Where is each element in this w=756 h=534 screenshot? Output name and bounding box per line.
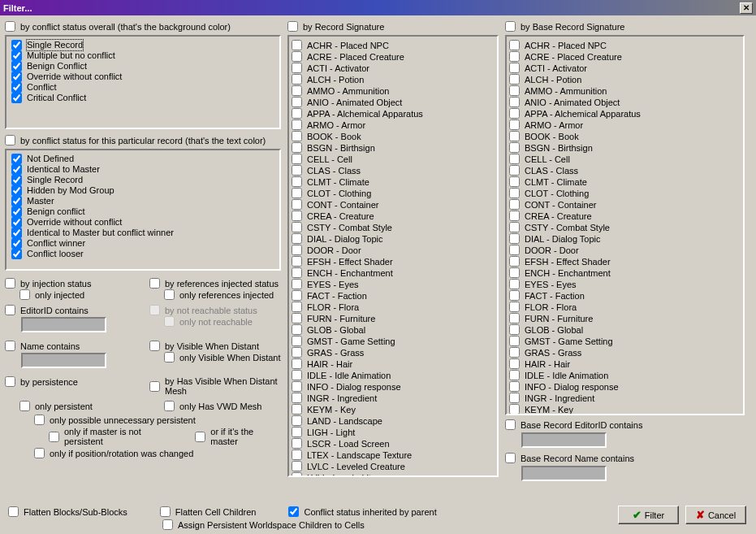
list-item[interactable]: ENCH - Enchantment: [509, 267, 741, 278]
list-item[interactable]: Conflict: [11, 82, 274, 93]
list-item[interactable]: ACRE - Placed Creature: [509, 51, 741, 62]
conflict-overall-checkbox[interactable]: by conflict status overall (that's the b…: [5, 21, 281, 32]
list-item[interactable]: CLOT - Clothing: [509, 188, 741, 198]
only-injected-checkbox[interactable]: only injected: [19, 289, 136, 300]
list-item[interactable]: ACHR - Placed NPC: [292, 40, 495, 50]
base-editorid-checkbox[interactable]: Base Record EditorID contains: [505, 419, 745, 430]
list-item[interactable]: CLAS - Class: [509, 165, 741, 176]
only-vwd-checkbox[interactable]: only Visible When Distant: [164, 352, 281, 363]
list-item[interactable]: AMMO - Ammunition: [292, 85, 495, 96]
list-item[interactable]: GMST - Game Setting: [509, 336, 741, 346]
list-item[interactable]: Single Record: [11, 175, 274, 185]
or-if-master-checkbox[interactable]: or if it's the master: [195, 427, 281, 446]
list-item[interactable]: FURN - Furniture: [292, 313, 495, 323]
base-name-input[interactable]: [521, 466, 607, 481]
list-item[interactable]: BSGN - Birthsign: [292, 142, 495, 153]
list-item[interactable]: Override without conflict: [11, 72, 274, 82]
refs-injected-checkbox[interactable]: by references injected status: [149, 278, 281, 289]
list-item[interactable]: LTEX - Landscape Texture: [292, 449, 495, 460]
list-item[interactable]: GMST - Game Setting: [292, 336, 495, 346]
list-item[interactable]: CELL - Cell: [509, 154, 741, 164]
list-item[interactable]: FACT - Faction: [509, 290, 741, 301]
persistence-checkbox[interactable]: by persistence: [5, 376, 136, 387]
list-item[interactable]: IDLE - Idle Animation: [292, 370, 495, 380]
list-item[interactable]: Multiple but no conflict: [11, 50, 274, 61]
flatten-blocks-checkbox[interactable]: Flatten Blocks/Sub-Blocks: [8, 506, 127, 517]
editorid-input[interactable]: [21, 317, 106, 332]
list-item[interactable]: GLOB - Global: [292, 324, 495, 335]
list-item[interactable]: Critical Conflict: [11, 93, 274, 103]
list-item[interactable]: BSGN - Birthsign: [509, 142, 741, 153]
list-item[interactable]: CONT - Container: [292, 199, 495, 210]
list-item[interactable]: ARMO - Armor: [292, 119, 495, 130]
list-item[interactable]: INFO - Dialog response: [509, 381, 741, 392]
list-item[interactable]: CONT - Container: [509, 199, 741, 210]
list-item[interactable]: LIGH - Light: [292, 427, 495, 437]
list-item[interactable]: LSCR - Load Screen: [292, 438, 495, 449]
conflict-inherited-checkbox[interactable]: Conflict status inherited by parent: [288, 506, 436, 517]
list-item[interactable]: APPA - Alchemical Apparatus: [509, 108, 741, 119]
list-item[interactable]: LVLC - Leveled Creature: [292, 461, 495, 471]
list-item[interactable]: ACTI - Activator: [292, 63, 495, 73]
list-item[interactable]: HAIR - Hair: [509, 358, 741, 369]
list-item[interactable]: CSTY - Combat Style: [292, 222, 495, 232]
base-sig-list[interactable]: ACHR - Placed NPCACRE - Placed CreatureA…: [505, 35, 745, 415]
filter-button[interactable]: ✔ Filter: [618, 506, 679, 524]
cancel-button[interactable]: ✘ Cancel: [685, 506, 746, 524]
list-item[interactable]: DOOR - Door: [509, 245, 741, 255]
only-possible-unnecessary-checkbox[interactable]: only possible unnecessary persistent: [34, 415, 281, 425]
only-refs-injected-checkbox[interactable]: only references injected: [164, 289, 281, 300]
flatten-cell-checkbox[interactable]: Flatten Cell Children: [160, 506, 257, 517]
editorid-checkbox[interactable]: EditorID contains: [5, 305, 136, 315]
conflict-particular-checkbox[interactable]: by conflict status for this particular r…: [5, 135, 281, 145]
list-item[interactable]: CREA - Creature: [292, 211, 495, 221]
vwd-checkbox[interactable]: by Visible When Distant: [149, 341, 281, 351]
list-item[interactable]: AMMO - Ammunition: [509, 85, 741, 96]
list-item[interactable]: EFSH - Effect Shader: [509, 256, 741, 267]
assign-persistent-checkbox[interactable]: Assign Persistent Worldspace Children to…: [162, 519, 365, 530]
injection-checkbox[interactable]: by injection status: [5, 278, 136, 289]
list-item[interactable]: LVLI - Leveled Item: [292, 472, 495, 477]
only-if-master-not-checkbox[interactable]: only if master is not persistent: [49, 427, 179, 446]
list-item[interactable]: ANIO - Animated Object: [292, 97, 495, 107]
list-item[interactable]: CSTY - Combat Style: [509, 222, 741, 232]
list-item[interactable]: EYES - Eyes: [292, 279, 495, 289]
list-item[interactable]: BOOK - Book: [509, 131, 741, 141]
list-item[interactable]: Identical to Master but conflict winner: [11, 228, 274, 238]
close-button[interactable]: ✕: [740, 2, 753, 14]
only-has-vwd-mesh-checkbox[interactable]: only Has VWD Mesh: [164, 401, 281, 411]
list-item[interactable]: ENCH - Enchantment: [292, 267, 495, 278]
list-item[interactable]: ALCH - Potion: [292, 74, 495, 85]
list-item[interactable]: GRAS - Grass: [292, 347, 495, 358]
has-vwd-mesh-checkbox[interactable]: by Has Visible When Distant Mesh: [149, 376, 281, 396]
list-item[interactable]: Conflict winner: [11, 238, 274, 249]
list-item[interactable]: Master: [11, 196, 274, 206]
list-item[interactable]: GLOB - Global: [509, 324, 741, 335]
list-item[interactable]: INGR - Ingredient: [292, 393, 495, 403]
base-name-checkbox[interactable]: Base Record Name contains: [505, 453, 745, 463]
list-item[interactable]: FLOR - Flora: [292, 302, 495, 312]
list-item[interactable]: INFO - Dialog response: [292, 381, 495, 392]
only-persistent-checkbox[interactable]: only persistent: [19, 401, 136, 411]
list-item[interactable]: Benign Conflict: [11, 61, 274, 72]
record-sig-checkbox[interactable]: by Record Signature: [287, 21, 499, 32]
name-contains-checkbox[interactable]: Name contains: [5, 341, 136, 351]
list-item[interactable]: APPA - Alchemical Apparatus: [292, 108, 495, 119]
base-editorid-input[interactable]: [521, 432, 607, 448]
list-item[interactable]: CLAS - Class: [292, 165, 495, 176]
name-input[interactable]: [21, 353, 106, 368]
list-item[interactable]: KEYM - Key: [509, 404, 741, 415]
list-item[interactable]: EYES - Eyes: [509, 279, 741, 289]
list-item[interactable]: Not Defined: [11, 154, 274, 164]
list-item[interactable]: CELL - Cell: [292, 154, 495, 164]
list-item[interactable]: BOOK - Book: [292, 131, 495, 141]
list-item[interactable]: Benign conflict: [11, 206, 274, 217]
list-item[interactable]: ACTI - Activator: [509, 63, 741, 73]
list-item[interactable]: ACHR - Placed NPC: [509, 40, 741, 50]
list-item[interactable]: ACRE - Placed Creature: [292, 51, 495, 62]
list-item[interactable]: ARMO - Armor: [509, 119, 741, 130]
list-item[interactable]: DOOR - Door: [292, 245, 495, 255]
list-item[interactable]: CLMT - Climate: [509, 176, 741, 187]
list-item[interactable]: FACT - Faction: [292, 290, 495, 301]
list-item[interactable]: FLOR - Flora: [509, 302, 741, 312]
